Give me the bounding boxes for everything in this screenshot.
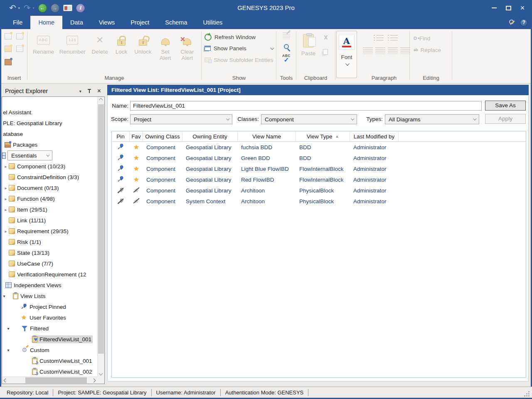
column-header-fav[interactable]: Fav	[130, 131, 143, 141]
insert-folder-plus-icon[interactable]	[5, 46, 12, 52]
horizontal-scroll-thumb[interactable]	[25, 377, 87, 383]
show-subfolder-entities-button[interactable]: Show Subfolder Entities	[204, 55, 273, 64]
collapse-arrow-icon[interactable]: ▾	[2, 294, 6, 298]
expand-arrow-icon[interactable]: ▸	[3, 207, 9, 212]
column-header-owning-entity[interactable]: Owning Entity	[182, 131, 238, 141]
tree-item-view-lists[interactable]: ▾View Lists	[2, 291, 97, 301]
expand-arrow-icon[interactable]: ▸	[3, 197, 9, 201]
replace-button[interactable]: ab Replace	[414, 46, 441, 54]
tree-item-item[interactable]: ▸Item (29/51)	[3, 204, 97, 215]
pushpin-icon[interactable]	[117, 154, 124, 162]
tree-item-state[interactable]: State (13/13)	[3, 247, 97, 258]
align-left-icon[interactable]	[363, 47, 373, 54]
vertical-scroll-thumb[interactable]	[98, 104, 104, 354]
classes-dropdown[interactable]: Component	[261, 114, 357, 124]
table-row[interactable]: ★ Component Geospatial Library Architoon…	[112, 185, 526, 196]
table-row[interactable]: ★ Component System Context Architoon Phy…	[112, 196, 526, 207]
column-header-view-name[interactable]: View Name	[238, 131, 296, 141]
tree-item-custom[interactable]: ▾⚙Custom	[2, 345, 97, 355]
tab-file[interactable]: File	[5, 16, 30, 29]
redo-dropdown-icon[interactable]: ▾	[33, 6, 34, 10]
forward-icon[interactable]: →	[51, 4, 59, 12]
tree-item-sample-project[interactable]: PLE: Geospatial Library	[3, 118, 97, 128]
pushpin-disabled-icon[interactable]	[117, 187, 124, 194]
star-icon[interactable]: ★	[133, 165, 140, 172]
help-icon[interactable]: ?	[520, 19, 528, 27]
column-header-view-type[interactable]: View Type▲	[296, 131, 350, 141]
tree-item-filtered[interactable]: ▾Filtered	[2, 323, 97, 334]
types-dropdown[interactable]: All Diagrams	[385, 114, 479, 124]
copy-icon[interactable]	[323, 49, 328, 55]
tree-item-project-pinned[interactable]: Project Pinned	[20, 301, 97, 312]
undo-icon[interactable]: ↶	[9, 4, 16, 12]
justify-icon[interactable]	[400, 47, 410, 54]
align-center-icon[interactable]	[375, 47, 385, 54]
star-icon[interactable]: ★	[133, 154, 140, 162]
bullet-list-icon[interactable]	[376, 35, 384, 42]
tree-item-requirement[interactable]: ▸Requirement (29/35)	[3, 226, 97, 236]
scroll-left-icon[interactable]	[4, 379, 8, 383]
tree-item-verificationrequirement[interactable]: VerificationRequirement (12	[3, 269, 97, 280]
minimize-button[interactable]	[487, 2, 501, 14]
scroll-right-icon[interactable]	[92, 379, 96, 383]
tab-schema[interactable]: Schema	[157, 16, 195, 29]
pushpin-icon[interactable]	[117, 143, 124, 151]
refresh-window-button[interactable]: Refresh Window	[204, 32, 256, 42]
spellcheck-icon[interactable]: ABC ✓	[282, 54, 291, 62]
tree-item-link[interactable]: Link (11/11)	[3, 215, 97, 226]
redo-icon[interactable]: ↷	[24, 4, 31, 12]
pushpin-icon[interactable]	[117, 165, 124, 173]
tree-item-packages[interactable]: Packages	[5, 139, 97, 150]
insert-table-plus-icon[interactable]	[16, 46, 23, 52]
panel-pin-icon[interactable]	[87, 89, 91, 94]
tree-item-usecase[interactable]: UseCase (7/7)	[3, 258, 97, 269]
paste-button[interactable]: Paste	[298, 32, 319, 57]
table-row[interactable]: ★ Component Geospatial Library Green BDD…	[112, 153, 526, 163]
diagram-wizard-icon[interactable]	[283, 32, 290, 39]
tree-item-document[interactable]: ▸Document (0/13)	[3, 182, 97, 193]
tree-item-component[interactable]: ▸Component (10/23)	[3, 161, 97, 172]
panel-menu-icon[interactable]: ▾	[79, 89, 81, 94]
tree-item-risk[interactable]: Risk (1/1)	[3, 236, 97, 247]
collapse-arrow-icon[interactable]: ▾	[5, 348, 11, 352]
star-disabled-icon[interactable]: ★	[133, 197, 140, 205]
contact-card-icon[interactable]	[63, 5, 72, 11]
name-input[interactable]	[130, 101, 482, 111]
expand-arrow-icon[interactable]: ▸	[3, 229, 9, 234]
info-icon[interactable]: i	[76, 4, 85, 12]
show-panels-dropdown-icon[interactable]	[270, 46, 274, 50]
star-disabled-icon[interactable]: ★	[133, 187, 140, 194]
column-header-last-modified-by[interactable]: Last Modified by	[350, 131, 399, 141]
expand-arrow-icon[interactable]: ▸	[3, 164, 9, 169]
tree-item-filteredviewlist-001[interactable]: FilteredViewList_001	[32, 334, 97, 345]
table-row[interactable]: ★ Component Geospatial Library Red FlowI…	[112, 174, 526, 185]
tab-views[interactable]: Views	[91, 16, 123, 29]
column-header-pin[interactable]: Pin	[112, 131, 130, 141]
tree-vertical-scrollbar[interactable]	[97, 97, 104, 377]
star-icon[interactable]: ★	[133, 176, 140, 183]
search-icon[interactable]	[284, 44, 289, 49]
resize-grip[interactable]	[525, 392, 530, 397]
star-icon[interactable]: ★	[133, 143, 140, 151]
pushpin-icon[interactable]	[117, 175, 124, 184]
tree-item-customviewlist-002[interactable]: ⚙CustomViewList_002	[32, 366, 97, 377]
show-panels-button[interactable]: Show Panels	[204, 44, 246, 53]
insert-window-plus-icon[interactable]	[16, 33, 23, 39]
table-row[interactable]: ★ Component Geospatial Library Light Blu…	[112, 163, 526, 174]
pushpin-disabled-icon[interactable]	[117, 198, 124, 205]
tree-item-function[interactable]: ▸Function (4/98)	[3, 193, 97, 204]
font-button[interactable]: A Font	[336, 31, 357, 78]
tree-item-customviewlist-001[interactable]: ⚙CustomViewList_001	[32, 355, 97, 366]
scroll-up-icon[interactable]	[99, 98, 103, 102]
expand-arrow-icon[interactable]: ▸	[3, 186, 9, 190]
find-button[interactable]: Find	[414, 34, 430, 42]
maximize-button[interactable]	[501, 2, 515, 14]
tree-item-user-favorites[interactable]: ★User Favorites	[20, 312, 97, 323]
tab-data[interactable]: Data	[62, 16, 91, 29]
table-row[interactable]: ★ Component Geospatial Library fuchsia B…	[112, 142, 526, 153]
numbered-list-icon[interactable]	[390, 35, 398, 42]
tree-item-independent-views[interactable]: Independent Views	[5, 280, 97, 291]
insert-package-icon[interactable]	[5, 59, 12, 65]
tree-horizontal-scrollbar[interactable]	[2, 377, 97, 384]
tree-item-constraintdefinition[interactable]: ConstraintDefinition (3/3)	[3, 172, 97, 182]
